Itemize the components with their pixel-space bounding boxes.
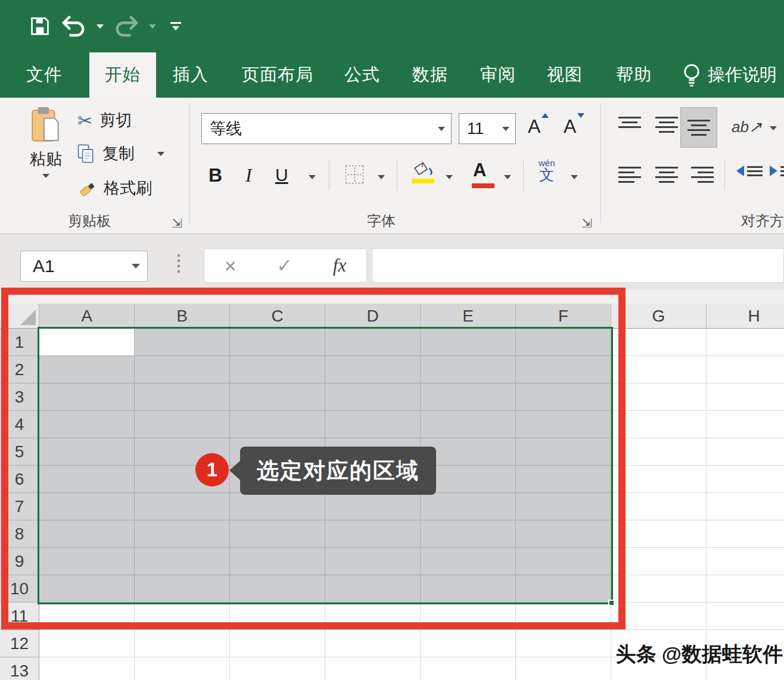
insert-function-icon[interactable]: fx [333,255,346,276]
top-align-button[interactable] [618,117,641,128]
tab-home[interactable]: 开始 [89,52,156,98]
cell-c12[interactable] [230,630,325,657]
bottom-align-button-selected[interactable] [680,107,717,148]
cell-g1[interactable] [611,329,707,356]
font-size-dropdown-icon[interactable] [502,127,509,131]
cell-g4[interactable] [611,411,707,438]
cell-c13[interactable] [230,657,325,680]
increase-font-size-button[interactable]: A [528,116,540,138]
arrow-left-icon [736,166,744,176]
cell-g7[interactable] [611,493,707,520]
undo-dropdown-icon[interactable] [97,24,104,29]
copy-dropdown-icon[interactable] [157,152,164,156]
cell-g3[interactable] [611,383,707,411]
cell-h7[interactable] [707,493,784,520]
underline-dropdown-icon[interactable] [309,175,316,179]
font-color-dropdown-icon[interactable] [504,175,511,179]
increase-indent-button[interactable] [770,166,784,176]
cell-e12[interactable] [421,630,516,657]
cell-h4[interactable] [707,411,784,438]
cell-g6[interactable] [611,466,707,493]
name-box[interactable]: A1 [20,251,148,282]
paste-dropdown-icon[interactable] [42,174,49,178]
font-name-dropdown-icon[interactable] [438,127,445,131]
row-header-12[interactable]: 12 [0,630,39,657]
tab-review[interactable]: 审阅 [469,52,527,98]
save-button[interactable] [29,15,51,38]
cell-h10[interactable] [707,575,784,603]
cell-h11[interactable] [707,603,784,630]
cancel-icon[interactable]: × [225,254,237,277]
cell-d12[interactable] [325,630,421,657]
cell-g9[interactable] [611,548,707,575]
cell-g8[interactable] [611,520,707,548]
font-color-button[interactable]: A [473,160,486,181]
tab-help[interactable]: 帮助 [604,52,664,98]
cell-h8[interactable] [707,520,784,548]
cell-h9[interactable] [707,548,784,575]
cell-h2[interactable] [707,356,784,383]
cell-h6[interactable] [707,466,784,493]
cell-h3[interactable] [707,383,784,411]
column-header-h[interactable]: H [707,304,784,329]
tab-page-layout[interactable]: 页面布局 [230,52,325,98]
undo-button[interactable] [60,14,88,39]
cell-a12[interactable] [39,630,135,657]
column-header-g[interactable]: G [611,304,707,329]
tab-insert[interactable]: 插入 [162,52,219,98]
paste-button[interactable]: 粘贴 [15,106,76,178]
fill-color-button[interactable] [411,161,435,180]
cell-e13[interactable] [421,657,516,680]
center-button[interactable] [655,167,678,183]
bold-button[interactable]: B [209,164,222,186]
formula-bar-grip[interactable] [178,254,180,273]
enter-icon[interactable]: ✓ [276,254,293,277]
clipboard-dialog-launcher-icon[interactable]: ⇲ [172,217,182,229]
cell-g11[interactable] [611,603,707,630]
cell-g2[interactable] [611,356,707,383]
align-right-button[interactable] [691,167,714,183]
italic-button[interactable]: I [245,164,252,186]
tab-file[interactable]: 文件 [13,52,75,98]
font-name-combobox[interactable]: 等线 [201,113,452,144]
phonetic-guide-button[interactable]: wén 文 [539,158,555,182]
paste-label: 粘贴 [30,148,62,170]
cell-d13[interactable] [325,657,421,680]
cell-f13[interactable] [516,657,611,680]
format-painter-button[interactable]: 格式刷 [77,177,152,199]
orientation-dropdown-icon[interactable] [770,126,777,130]
cell-g5[interactable] [611,438,707,466]
cell-h5[interactable] [707,438,784,466]
tab-formulas[interactable]: 公式 [334,52,391,98]
underline-button[interactable]: U [275,165,288,185]
formula-input[interactable] [372,248,784,283]
orientation-button[interactable]: ab↗ [732,118,762,136]
tab-data[interactable]: 数据 [402,52,459,98]
cell-b12[interactable] [135,630,230,657]
tab-view[interactable]: 视图 [536,52,593,98]
font-size-value: 11 [467,120,484,138]
middle-align-button[interactable] [655,117,678,133]
font-dialog-launcher-icon[interactable]: ⇲ [581,217,592,229]
borders-dropdown-icon[interactable] [378,175,385,179]
ribbon: 粘贴 ✂ 剪切 复制 格式刷 剪贴板 ⇲ 等线 11 A A B I U A [0,98,784,234]
customize-quick-access-toolbar-button[interactable] [170,22,181,30]
decrease-font-size-button[interactable]: A [564,116,576,138]
cell-h1[interactable] [707,329,784,356]
borders-button[interactable] [346,166,363,183]
copy-button[interactable]: 复制 [76,143,164,164]
cell-b13[interactable] [135,657,230,680]
cut-button[interactable]: ✂ 剪切 [77,110,132,131]
cell-g10[interactable] [611,575,707,603]
cell-f12[interactable] [516,630,611,657]
row-header-13[interactable]: 13 [0,657,39,680]
font-size-combobox[interactable]: 11 [459,113,516,144]
decrease-indent-button[interactable] [736,166,763,176]
align-left-button[interactable] [618,167,641,183]
name-box-dropdown-icon[interactable] [132,264,140,269]
tell-me-search[interactable]: 操作说明 [683,52,777,98]
fill-color-dropdown-icon[interactable] [446,175,453,179]
fill-color-swatch [412,179,434,183]
cell-a13[interactable] [39,657,135,680]
phonetic-dropdown-icon[interactable] [571,175,578,179]
